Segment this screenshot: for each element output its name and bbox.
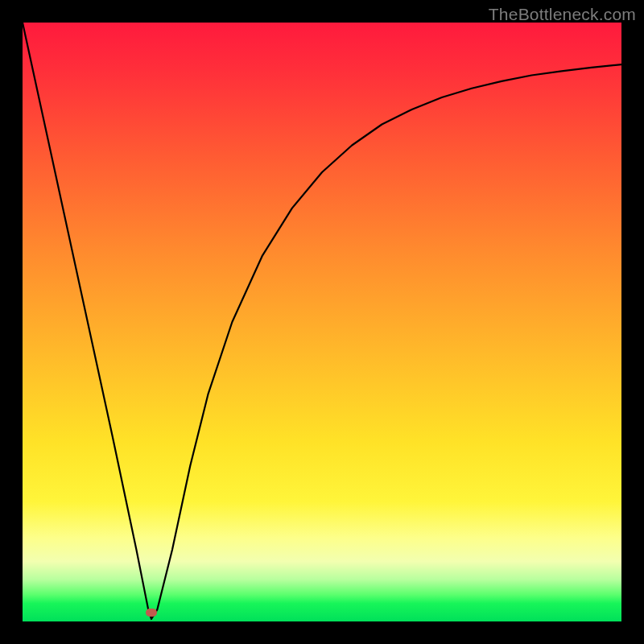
minimum-marker (146, 609, 157, 617)
watermark-text: TheBottleneck.com (489, 5, 636, 24)
bottleneck-curve (23, 23, 621, 621)
chart-frame: TheBottleneck.com (0, 0, 644, 644)
plot-area (23, 23, 621, 621)
